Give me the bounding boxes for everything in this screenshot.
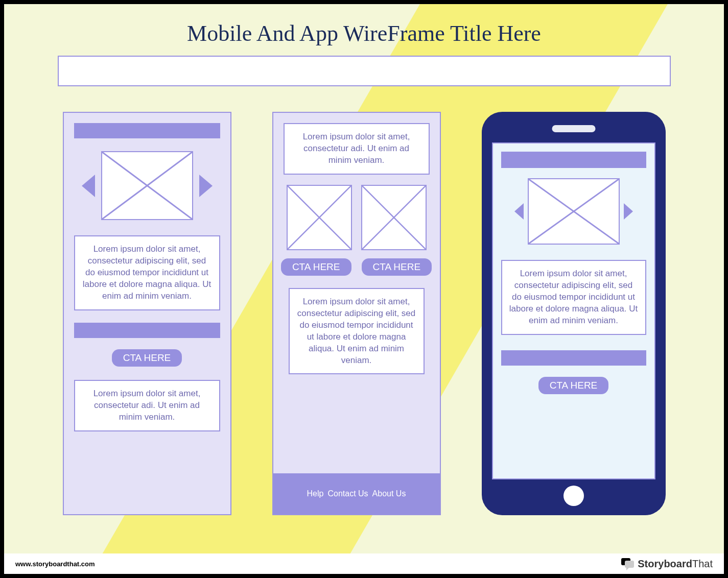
image-placeholder[interactable] — [528, 178, 620, 245]
phone-text-block: Lorem ipsum dolor sit amet, consectetur … — [501, 260, 646, 335]
image-placeholder[interactable] — [101, 151, 193, 220]
panel2-footer-nav: Help Contact Us About Us — [273, 473, 440, 514]
canvas-footer: www.storyboardthat.com StoryboardThat — [4, 553, 724, 574]
page-title: Mobile And App WireFrame Title Here — [4, 4, 724, 46]
title-input-box[interactable] — [58, 56, 671, 86]
phone-screen: Lorem ipsum dolor sit amet, consectetur … — [492, 142, 655, 479]
footer-link-contact[interactable]: Contact Us — [327, 489, 368, 498]
arrow-left-icon[interactable] — [514, 203, 524, 220]
phone-speaker-icon — [552, 125, 595, 132]
arrow-right-icon[interactable] — [624, 203, 633, 220]
panels-row: Lorem ipsum dolor sit amet, consectetur … — [4, 112, 724, 515]
image-placeholder[interactable] — [287, 185, 352, 250]
panel1-section-bar — [74, 323, 220, 338]
panel2-top-text: Lorem ipsum dolor sit amet, consectetur … — [284, 123, 430, 175]
brand-bold: Storyboard — [638, 558, 692, 569]
footer-brand: StoryboardThat — [621, 558, 713, 570]
phone-section-bar — [501, 350, 646, 366]
cta-button[interactable]: CTA HERE — [281, 258, 351, 276]
panel1-text-block-1: Lorem ipsum dolor sit amet, consectetur … — [74, 235, 220, 310]
panel2-lower-text: Lorem ipsum dolor sit amet, consectetur … — [289, 288, 425, 375]
panel-1: Lorem ipsum dolor sit amet, consectetur … — [63, 112, 231, 515]
storyboard-logo-icon — [621, 558, 635, 569]
panel1-carousel — [82, 151, 213, 220]
panel-2: Lorem ipsum dolor sit amet, consectetur … — [272, 112, 441, 515]
footer-url[interactable]: www.storyboardthat.com — [15, 560, 95, 568]
image-placeholder[interactable] — [361, 185, 427, 250]
phone-frame: Lorem ipsum dolor sit amet, consectetur … — [482, 112, 666, 515]
wireframe-canvas: Mobile And App WireFrame Title Here Lore… — [0, 0, 728, 578]
footer-link-help[interactable]: Help — [307, 489, 324, 498]
cta-button[interactable]: CTA HERE — [362, 258, 432, 276]
brand-thin: That — [692, 558, 713, 569]
panel1-header-bar — [74, 123, 220, 138]
arrow-right-icon[interactable] — [199, 175, 213, 197]
panel2-image-row — [287, 185, 427, 250]
cta-button[interactable]: CTA HERE — [112, 349, 182, 367]
footer-link-about[interactable]: About Us — [372, 489, 406, 498]
phone-carousel — [514, 178, 633, 245]
panel2-cta-row: CTA HERE CTA HERE — [281, 258, 432, 276]
cta-button[interactable]: CTA HERE — [538, 377, 609, 394]
arrow-left-icon[interactable] — [82, 175, 95, 197]
panel1-text-block-2: Lorem ipsum dolor sit amet, consectetur … — [74, 380, 220, 431]
phone-home-button-icon[interactable] — [563, 486, 584, 506]
phone-header-bar — [501, 152, 646, 168]
